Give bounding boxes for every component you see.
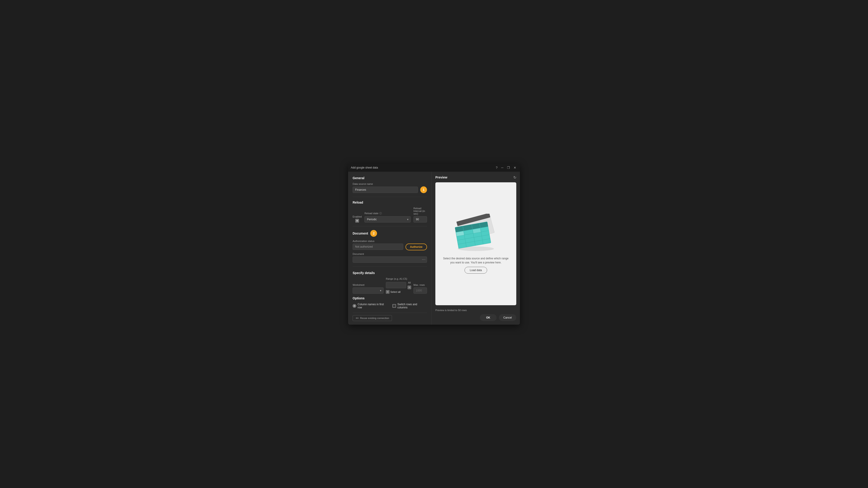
document-field: Document ··· xyxy=(352,253,427,263)
maximize-button[interactable]: ❐ xyxy=(506,166,511,170)
all-group: All xyxy=(408,281,411,289)
svg-rect-3 xyxy=(358,318,358,319)
switch-rows-option[interactable]: Switch rows and columns xyxy=(393,303,427,309)
auth-status-group: Authorization status Not authorized xyxy=(352,240,403,250)
table-svg xyxy=(451,214,501,252)
enabled-label: Enabled xyxy=(352,215,362,218)
auth-row: Authorization status Not authorized Auth… xyxy=(352,239,427,250)
select-all-checkbox[interactable] xyxy=(386,290,390,294)
worksheet-row: Worksheet ▼ Range (e.g. A1:C5) All xyxy=(352,278,427,294)
reload-state-select-wrapper: Periodic Manual ▼ xyxy=(364,216,411,223)
worksheet-label: Worksheet xyxy=(352,284,383,286)
data-source-name-input[interactable] xyxy=(352,187,418,193)
column-names-checkbox[interactable] xyxy=(352,304,356,308)
range-input-row: All xyxy=(386,281,411,289)
preview-area: Select the desired data source and defin… xyxy=(435,182,516,305)
enabled-group: Enabled xyxy=(352,215,362,223)
specify-title: Specify details xyxy=(352,271,427,275)
maxrows-label: Max. rows xyxy=(413,284,427,286)
column-names-label: Column names in first row xyxy=(358,303,388,309)
enabled-checkbox[interactable] xyxy=(355,219,359,223)
range-input[interactable] xyxy=(386,282,406,288)
left-panel: General Data source name 1 Reload Enable… xyxy=(348,172,432,325)
document-input[interactable] xyxy=(352,256,427,263)
reload-state-label: Reload state xyxy=(364,212,378,215)
close-button[interactable]: ✕ xyxy=(513,166,517,170)
reload-state-select[interactable]: Periodic Manual xyxy=(364,216,411,223)
general-section: General Data source name 1 xyxy=(352,176,427,193)
document-title: Document xyxy=(352,232,368,235)
document-row: Document ··· xyxy=(352,253,427,263)
switch-rows-checkbox[interactable] xyxy=(393,304,396,308)
load-data-button[interactable]: Load data xyxy=(465,267,487,273)
worksheet-select-wrapper: ▼ xyxy=(352,287,383,294)
preview-text-line1: Select the desired data source and defin… xyxy=(443,256,508,260)
preview-illustration xyxy=(451,214,501,253)
document-section: Document 2 Authorization status Not auth… xyxy=(352,230,427,263)
reload-title: Reload xyxy=(352,201,427,204)
worksheet-field: Worksheet ▼ xyxy=(352,284,383,294)
window-controls: ? ─ ❐ ✕ xyxy=(495,166,517,170)
preview-title-row: Preview ↻ xyxy=(435,175,516,180)
right-panel-inner: Preview ↻ xyxy=(435,175,516,321)
reload-state-info-icon: ⓘ xyxy=(379,212,382,215)
link-icon xyxy=(355,317,359,320)
data-source-row: 1 xyxy=(352,186,427,193)
ok-button[interactable]: OK xyxy=(480,314,497,321)
maxrows-group: Max. rows xyxy=(413,284,427,294)
reload-interval-input[interactable] xyxy=(413,216,427,223)
document-label: Document xyxy=(352,253,427,255)
auth-status-value: Not authorized xyxy=(352,243,403,250)
cancel-button[interactable]: Cancel xyxy=(499,314,516,321)
authorize-button[interactable]: Authorize xyxy=(405,243,427,250)
switch-rows-label: Switch rows and columns xyxy=(397,303,427,309)
titlebar: Add google sheet data ? ─ ❐ ✕ xyxy=(348,164,520,172)
reload-interval-label: Reload Interval (in sec) xyxy=(413,207,427,215)
step-badge-2: 2 xyxy=(370,230,377,237)
svg-rect-2 xyxy=(356,318,357,319)
minimize-button[interactable]: ─ xyxy=(500,166,504,170)
auth-status-label: Authorization status xyxy=(352,240,403,242)
step-badge-1: 1 xyxy=(420,186,427,193)
range-group: Range (e.g. A1:C5) All Select all xyxy=(386,278,411,294)
divider-1 xyxy=(352,197,427,197)
select-all-row: Select all xyxy=(386,290,411,294)
options-title: Options xyxy=(352,296,427,300)
dialog-title: Add google sheet data xyxy=(351,166,378,169)
reload-state-group: Reload state ⓘ Periodic Manual ▼ xyxy=(364,212,411,223)
reload-state-label-row: Reload state ⓘ xyxy=(364,212,411,215)
document-more-button[interactable]: ··· xyxy=(422,258,426,262)
preview-text-line2: you want to use. You'll see a preview he… xyxy=(450,260,501,265)
reuse-btn-label: Reuse existing connection xyxy=(360,317,389,320)
main-content: General Data source name 1 Reload Enable… xyxy=(348,172,520,325)
worksheet-select[interactable] xyxy=(352,287,383,294)
preview-footer: Preview is limited to 50 rows xyxy=(435,308,516,313)
right-panel: Preview ↻ xyxy=(432,172,520,325)
dialog-container: Add google sheet data ? ─ ❐ ✕ General Da… xyxy=(348,164,520,325)
divider-3 xyxy=(352,266,427,267)
help-button[interactable]: ? xyxy=(495,166,498,170)
data-source-name-label: Data source name xyxy=(352,183,427,185)
select-all-label: Select all xyxy=(391,291,401,293)
reload-section: Reload Enabled Reload state ⓘ Perio xyxy=(352,201,427,223)
options-row: Column names in first row Switch rows an… xyxy=(352,303,427,309)
all-label: All xyxy=(408,281,411,284)
column-names-option[interactable]: Column names in first row xyxy=(352,303,388,309)
action-buttons: OK Cancel xyxy=(435,313,516,321)
authorize-btn-wrapper: Authorize xyxy=(405,239,427,250)
document-header: Document 2 xyxy=(352,230,427,237)
reuse-connection-button[interactable]: Reuse existing connection xyxy=(352,315,392,321)
all-checkbox[interactable] xyxy=(408,286,411,289)
preview-title: Preview xyxy=(435,175,447,179)
reload-row: Enabled Reload state ⓘ Periodic Manual xyxy=(352,207,427,223)
bottom-bar: Reuse existing connection xyxy=(352,313,427,321)
options-section: Options Column names in first row Switch… xyxy=(352,296,427,309)
general-title: General xyxy=(352,176,427,180)
reload-interval-group: Reload Interval (in sec) xyxy=(413,207,427,223)
range-label: Range (e.g. A1:C5) xyxy=(386,278,411,280)
specify-section: Specify details Worksheet ▼ Range (e.g. … xyxy=(352,271,427,309)
document-input-wrapper: ··· xyxy=(352,256,427,263)
maxrows-input[interactable] xyxy=(413,287,427,294)
refresh-button[interactable]: ↻ xyxy=(513,175,516,180)
